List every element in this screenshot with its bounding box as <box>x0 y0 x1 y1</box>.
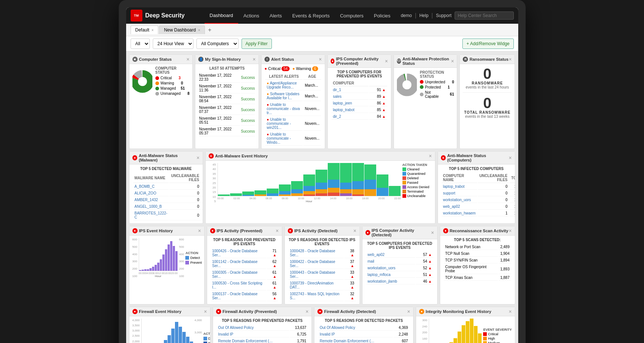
add-remove-widget-button[interactable]: + Add/Remove Widge <box>462 39 513 49</box>
support-link[interactable]: Support <box>436 13 451 18</box>
close-fw-act-prev[interactable]: × <box>306 309 308 314</box>
apply-filter-button[interactable]: Apply Filter <box>242 39 272 49</box>
close-alert[interactable]: × <box>319 57 322 62</box>
close-signin[interactable]: × <box>253 57 256 62</box>
ips-legend: ACTION Detect Prevent <box>185 238 202 278</box>
ips-chart-area: 00:0004:0008:0012:0016:0020:00 Hour <box>139 238 178 278</box>
close-malware[interactable]: × <box>196 155 199 160</box>
nav-dashboard[interactable]: Dashboard <box>205 7 239 24</box>
add-tab-button[interactable]: + <box>206 27 213 33</box>
ips-row-3: laptop_jeen86 ▲ <box>331 100 387 106</box>
signin-row-5: November 17, 2022 05:51 Success <box>199 116 255 126</box>
warning-badge[interactable]: ● Warning 6 <box>293 66 318 71</box>
divider2: | <box>431 12 433 19</box>
tab-close-new[interactable]: × <box>198 28 200 32</box>
help-search[interactable] <box>455 11 514 20</box>
tabs-bar: Default × New Dashboard × + <box>126 24 518 36</box>
alert-table: LATEST ALERTS AGE ● Agent/Appliance Upgr… <box>264 73 322 146</box>
icd-row-2: mail54 ▲ <box>366 259 434 264</box>
icd-row-4: laptop_mfloca51 ▲ <box>366 272 434 278</box>
close-recon[interactable]: × <box>509 228 512 233</box>
tab-default[interactable]: Default × <box>131 26 159 34</box>
alert-row-3: ● Unable to communicate - dsva tr... Nov… <box>265 102 321 116</box>
close-ips-comp-det[interactable]: × <box>431 230 434 235</box>
ips-computer-detected-table: web_ap0257 ▲ mail54 ▲ workstation_uors52… <box>365 251 434 285</box>
signin-row-1: November 17, 2022 22:33 Success <box>199 73 255 83</box>
signin-row-6: November 17, 2022 05:37 Success <box>199 126 255 136</box>
close-ips-act-det[interactable]: × <box>353 228 356 233</box>
am-chart-area: 00:0002:0004:0006:0008:0010:0012:0014:00… <box>218 163 401 203</box>
nav-computers[interactable]: Computers <box>335 7 369 24</box>
ips-act-det-row-4: 1000739 - DirectAnimation DAT...33 ▲ <box>289 280 356 290</box>
recon-row-5: TCP Xmas Scan1,887 <box>444 275 511 281</box>
malware-row-3: AMBER_143202 ▲ <box>133 197 203 203</box>
signin-subtitle: LAST 50 ATTEMPTS <box>198 66 256 70</box>
widget-signin-history: 👤 My Sign-In History × LAST 50 ATTEMPTS … <box>195 54 259 149</box>
recon-row-2: TCP Null Scan1,904 <box>444 251 511 257</box>
signin-row-3: November 17, 2022 08:54 Success <box>199 94 255 104</box>
svg-point-3 <box>138 77 146 86</box>
ips-event-history-icon: ● <box>132 228 138 233</box>
widget-antimalware-malware: ● Anti-Malware Status (Malware) × TOP 5 … <box>129 151 203 224</box>
close-antimalware[interactable]: × <box>451 59 454 64</box>
all-filter[interactable]: All <box>131 39 150 49</box>
legend-unmanaged: Unmanaged 8 <box>155 91 189 96</box>
icd-row-5: workstation_jlamb46 ▲ <box>366 279 434 284</box>
tab-new-dashboard[interactable]: New Dashboard × <box>159 26 205 34</box>
close-ransomware[interactable]: × <box>509 57 512 62</box>
close-ips-event-history[interactable]: × <box>198 228 201 233</box>
ransomware-count1: 0 <box>463 66 512 81</box>
ips-y-axis-right: 600500400300200100 <box>179 238 184 278</box>
protection-pie <box>397 70 417 100</box>
close-integrity[interactable]: × <box>509 309 512 314</box>
ips-act-prev-row-4: 1000530 - Cross Site Scripting I...61 ▲ <box>211 280 278 290</box>
close-computer-status[interactable]: × <box>186 57 189 62</box>
close-fw-history[interactable]: × <box>204 309 207 314</box>
fw-det-row-1: Out Of Allowed Policy4,369 <box>318 325 409 331</box>
user-menu[interactable]: demo <box>401 13 412 18</box>
widget-computer-status: ■ Computer Status × <box>129 54 193 149</box>
timeview-filter[interactable]: 24 Hour View <box>153 39 193 49</box>
trend-micro-logo: TM <box>131 10 142 21</box>
legend-warning: Warning 0 <box>155 81 189 85</box>
nav-policies[interactable]: Policies <box>369 7 396 24</box>
ips-act-prev-row-1: 1000426 - Oracle Database Ser...71 ▲ <box>211 248 278 258</box>
am-computers-icon: ● <box>441 155 446 160</box>
malware-row-5: BARRIOTES_1222-C02 ▲ <box>133 210 203 220</box>
close-ips-prevented[interactable]: × <box>385 59 388 64</box>
legend-managed: Managed 51 <box>155 86 189 90</box>
ips-act-det-icon: ● <box>288 228 293 233</box>
malware-row-4: ANGEL_1000_B02 ▲ <box>133 204 203 210</box>
nav-events-reports[interactable]: Events & Reports <box>287 7 335 24</box>
close-am-history[interactable]: × <box>429 153 432 159</box>
am-computers-table: COMPUTER NAME UNCLEANABLE FILES TOTAL la… <box>441 172 515 217</box>
fw-det-row-2: Invalid IP2,248 <box>318 332 409 337</box>
close-am-computers[interactable]: × <box>509 155 512 160</box>
ips-row-1: dir_191 ▲ <box>331 87 387 93</box>
fw-act-det-icon: ● <box>317 309 323 314</box>
ips-comp-det-icon: ● <box>365 230 370 235</box>
amc-row-4: web_ap02013 ▲ <box>442 204 515 210</box>
ips-bars <box>139 238 178 271</box>
fw-prev-row-1: Out Of Allowed Policy13,637 <box>217 325 308 331</box>
malware-table: MALWARE NAME UNCLEANABLE FILES TOTAL A_B… <box>132 172 203 221</box>
am-history-icon: ● <box>209 153 214 159</box>
critical-badge[interactable]: ● Critical 54 <box>264 66 290 71</box>
help-link[interactable]: Help <box>419 13 429 18</box>
widget-alert-status: ! Alert Status × ● Critical 54 <box>261 54 325 149</box>
ips-act-prev-icon: ● <box>210 228 215 233</box>
computers-filter[interactable]: All Computers <box>196 39 239 49</box>
nav-actions[interactable]: Actions <box>238 7 264 24</box>
icd-row-1: web_ap0257 ▲ <box>366 252 434 258</box>
alert-row-4: ● Unable to communicate - win201... Nove… <box>265 117 321 131</box>
ransomware-divider <box>463 92 512 93</box>
tab-close-default[interactable]: × <box>152 28 154 32</box>
antimalware-icon: 🛡 <box>397 59 401 64</box>
nav-alerts[interactable]: Alerts <box>264 7 287 24</box>
fw-act-prev-icon: ● <box>216 309 221 314</box>
close-fw-act-det[interactable]: × <box>407 309 410 314</box>
ips-act-det-row-2: 1000422 - Oracle Database Ser...37 ▲ <box>289 259 356 269</box>
computer-status-pie <box>132 67 152 96</box>
close-ips-act-prev[interactable]: × <box>276 228 279 233</box>
am-y-axis: 45403530252015105 <box>209 163 216 203</box>
